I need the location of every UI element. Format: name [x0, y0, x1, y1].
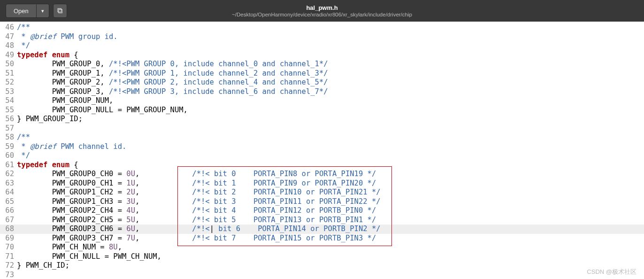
code-line[interactable]: 60 */	[0, 151, 644, 161]
line-number: 69	[0, 234, 17, 243]
line-number: 55	[0, 106, 17, 115]
open-button[interactable]: Open	[6, 4, 37, 18]
code-line[interactable]: 56} PWM_GROUP_ID;	[0, 115, 644, 124]
new-tab-button[interactable]: ⧉	[53, 4, 67, 18]
code-line[interactable]: 73	[0, 271, 644, 279]
open-dropdown[interactable]: ▾	[37, 4, 49, 18]
watermark: CSDN @极术社区	[587, 268, 636, 276]
code-content[interactable]: PWM_GROUP3_CH6 = 6U, /*!<| bit 6 PORTA_P…	[17, 225, 644, 234]
code-content[interactable]: PWM_GROUP2_CH5 = 5U, /*!< bit 5 PORTA_PI…	[17, 216, 644, 225]
line-number: 72	[0, 261, 17, 271]
line-number: 48	[0, 41, 17, 51]
code-content[interactable]: PWM_GROUP0_CH0 = 0U, /*!< bit 0 PORTA_PI…	[17, 170, 644, 179]
line-number: 53	[0, 87, 17, 97]
chevron-down-icon: ▾	[41, 8, 44, 14]
line-number: 50	[0, 60, 17, 69]
open-button-label: Open	[14, 8, 29, 15]
code-line[interactable]: 47 * @brief PWM group id.	[0, 32, 644, 42]
code-line[interactable]: 65 PWM_GROUP1_CH3 = 3U, /*!< bit 3 PORTA…	[0, 197, 644, 207]
code-line[interactable]: 57	[0, 124, 644, 133]
code-content[interactable]: PWM_CH_NULL = PWM_CH_NUM,	[17, 252, 644, 262]
code-content[interactable]: } PWM_GROUP_ID;	[17, 115, 644, 124]
line-number: 49	[0, 51, 17, 60]
title-area: hal_pwm.h ~/Desktop/OpenHarmony/device/x…	[0, 4, 644, 17]
code-line[interactable]: 55 PWM_GROUP_NULL = PWM_GROUP_NUM,	[0, 106, 644, 115]
code-content[interactable]: PWM_GROUP2_CH4 = 4U, /*!< bit 4 PORTA_PI…	[17, 206, 644, 216]
line-number: 47	[0, 32, 17, 42]
line-number: 64	[0, 188, 17, 197]
code-editor[interactable]: 46/**47 * @brief PWM group id.48 */49typ…	[0, 22, 644, 279]
line-number: 51	[0, 69, 17, 78]
code-line[interactable]: 59 * @brief PWM channel id.	[0, 142, 644, 152]
document-path: ~/Desktop/OpenHarmony/device/xradio/xr80…	[0, 12, 644, 17]
code-content[interactable]: /**	[17, 23, 644, 32]
line-number: 73	[0, 271, 17, 279]
code-content[interactable]: PWM_GROUP3_CH7 = 7U, /*!< bit 7 PORTA_PI…	[17, 234, 644, 243]
code-line[interactable]: 68 PWM_GROUP3_CH6 = 6U, /*!<| bit 6 PORT…	[0, 225, 644, 234]
code-content[interactable]: * @brief PWM channel id.	[17, 142, 644, 152]
code-content[interactable]	[17, 271, 644, 279]
header-bar: Open ▾ ⧉ hal_pwm.h ~/Desktop/OpenHarmony…	[0, 0, 644, 22]
code-line[interactable]: 64 PWM_GROUP1_CH2 = 2U, /*!< bit 2 PORTA…	[0, 188, 644, 197]
code-content[interactable]: PWM_GROUP0_CH1 = 1U, /*!< bit 1 PORTA_PI…	[17, 179, 644, 188]
code-line[interactable]: 61typedef enum {	[0, 161, 644, 170]
code-line[interactable]: 49typedef enum {	[0, 51, 644, 60]
code-content[interactable]: } PWM_CH_ID;	[17, 261, 644, 271]
new-tab-icon: ⧉	[57, 7, 62, 15]
text-cursor: |	[210, 225, 214, 233]
code-content[interactable]: PWM_CH_NUM = 8U,	[17, 243, 644, 252]
line-number: 60	[0, 151, 17, 161]
code-line[interactable]: 70 PWM_CH_NUM = 8U,	[0, 243, 644, 252]
code-content[interactable]: PWM_GROUP_3, /*!<PWM GROUP 3, include ch…	[17, 87, 644, 97]
document-title: hal_pwm.h	[0, 4, 644, 11]
line-number: 63	[0, 179, 17, 188]
line-number: 56	[0, 115, 17, 124]
code-content[interactable]: */	[17, 151, 644, 161]
line-number: 54	[0, 96, 17, 106]
code-content[interactable]: PWM_GROUP_NULL = PWM_GROUP_NUM,	[17, 106, 644, 115]
code-line[interactable]: 50 PWM_GROUP_0, /*!<PWM GROUP 0, include…	[0, 60, 644, 69]
line-number: 71	[0, 252, 17, 262]
code-content[interactable]: * @brief PWM group id.	[17, 32, 644, 42]
line-number: 62	[0, 170, 17, 179]
code-line[interactable]: 67 PWM_GROUP2_CH5 = 5U, /*!< bit 5 PORTA…	[0, 216, 644, 225]
code-line[interactable]: 53 PWM_GROUP_3, /*!<PWM GROUP 3, include…	[0, 87, 644, 97]
code-line[interactable]: 58/**	[0, 133, 644, 142]
code-line[interactable]: 72} PWM_CH_ID;	[0, 261, 644, 271]
code-content[interactable]	[17, 124, 644, 133]
code-line[interactable]: 51 PWM_GROUP_1, /*!<PWM GROUP 1, include…	[0, 69, 644, 78]
line-number: 65	[0, 197, 17, 207]
code-content[interactable]: PWM_GROUP_0, /*!<PWM GROUP 0, include ch…	[17, 60, 644, 69]
code-content[interactable]: /**	[17, 133, 644, 142]
code-content[interactable]: PWM_GROUP_NUM,	[17, 96, 644, 106]
line-number: 46	[0, 23, 17, 32]
line-number: 58	[0, 133, 17, 142]
code-content[interactable]: */	[17, 41, 644, 51]
line-number: 59	[0, 142, 17, 152]
code-line[interactable]: 48 */	[0, 41, 644, 51]
code-content[interactable]: PWM_GROUP_1, /*!<PWM GROUP 1, include ch…	[17, 69, 644, 78]
line-number: 61	[0, 161, 17, 170]
line-number: 68	[0, 225, 17, 234]
code-line[interactable]: 66 PWM_GROUP2_CH4 = 4U, /*!< bit 4 PORTA…	[0, 206, 644, 216]
code-line[interactable]: 52 PWM_GROUP_2, /*!<PWM GROUP 2, include…	[0, 78, 644, 87]
code-line[interactable]: 46/**	[0, 23, 644, 32]
code-content[interactable]: typedef enum {	[17, 161, 644, 170]
line-number: 52	[0, 78, 17, 87]
code-content[interactable]: typedef enum {	[17, 51, 644, 60]
line-number: 70	[0, 243, 17, 252]
line-number: 57	[0, 124, 17, 133]
line-number: 67	[0, 216, 17, 225]
code-line[interactable]: 62 PWM_GROUP0_CH0 = 0U, /*!< bit 0 PORTA…	[0, 170, 644, 179]
code-line[interactable]: 63 PWM_GROUP0_CH1 = 1U, /*!< bit 1 PORTA…	[0, 179, 644, 188]
code-line[interactable]: 71 PWM_CH_NULL = PWM_CH_NUM,	[0, 252, 644, 262]
code-content[interactable]: PWM_GROUP1_CH2 = 2U, /*!< bit 2 PORTA_PI…	[17, 188, 644, 197]
code-content[interactable]: PWM_GROUP_2, /*!<PWM GROUP 2, include ch…	[17, 78, 644, 87]
code-line[interactable]: 69 PWM_GROUP3_CH7 = 7U, /*!< bit 7 PORTA…	[0, 234, 644, 243]
code-content[interactable]: PWM_GROUP1_CH3 = 3U, /*!< bit 3 PORTA_PI…	[17, 197, 644, 207]
line-number: 66	[0, 206, 17, 216]
code-line[interactable]: 54 PWM_GROUP_NUM,	[0, 96, 644, 106]
